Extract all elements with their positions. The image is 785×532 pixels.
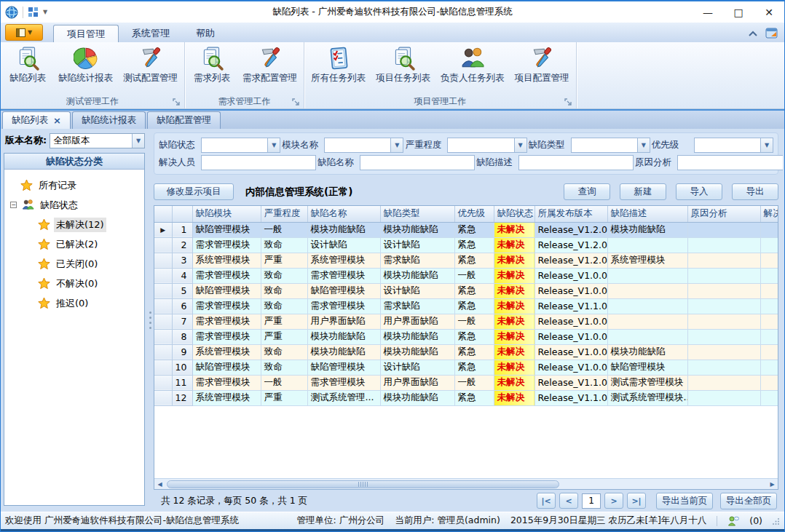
ribbon-button[interactable]: 缺陷统计报表: [53, 44, 118, 86]
messages-count[interactable]: (0): [749, 515, 762, 526]
collapse-ribbon-icon[interactable]: [748, 31, 758, 37]
ribbon-button[interactable]: 项目任务列表: [371, 44, 435, 86]
column-header[interactable]: 缺陷状态: [494, 206, 534, 222]
ribbon-tab-2[interactable]: 帮助: [183, 25, 228, 42]
messages-user-icon[interactable]: [727, 516, 739, 526]
column-header[interactable]: 缺陷模块: [192, 206, 261, 222]
first-page-button[interactable]: |<: [537, 493, 556, 509]
page-input[interactable]: [582, 493, 601, 509]
row-selector-cell[interactable]: [154, 253, 172, 268]
row-selector-cell[interactable]: [154, 375, 172, 390]
help-window-icon[interactable]: [765, 28, 778, 39]
table-row[interactable]: 4需求管理模块致命需求管理模块模块功能缺陷一般未解决Release_V1.0.0: [154, 268, 778, 283]
prev-page-button[interactable]: <: [559, 493, 578, 509]
ribbon-button[interactable]: 测试配置管理: [118, 44, 183, 86]
row-selector-cell[interactable]: ▶: [154, 222, 172, 237]
scrollbar-thumb[interactable]: [167, 480, 559, 488]
export-all-pages-button[interactable]: 导出全部页: [720, 493, 777, 509]
quick-access-caret-icon[interactable]: ▼: [43, 9, 47, 15]
column-header[interactable]: 所属发布版本: [534, 206, 607, 222]
quick-access-icon[interactable]: [28, 7, 39, 17]
ribbon-button[interactable]: 需求列表: [186, 44, 237, 86]
column-header[interactable]: 缺陷名称: [307, 206, 380, 222]
minimize-button[interactable]: —: [693, 1, 723, 23]
filter-input[interactable]: [201, 155, 316, 170]
dialog-launcher-icon[interactable]: [564, 98, 572, 106]
row-selector-cell[interactable]: [154, 390, 172, 405]
close-button[interactable]: ✕: [754, 1, 784, 23]
chevron-down-icon[interactable]: ▼: [132, 134, 144, 148]
application-menu-button[interactable]: ▼: [5, 24, 43, 41]
tree-item-2[interactable]: 未解决(12): [4, 215, 144, 234]
close-icon[interactable]: ×: [53, 116, 61, 125]
tree-item-4[interactable]: 已关闭(0): [4, 254, 144, 274]
collapse-node-icon[interactable]: −: [10, 202, 17, 208]
dialog-launcher-icon[interactable]: [173, 98, 181, 106]
table-row[interactable]: 3系统管理模块严重系统管理模块需求缺陷紧急未解决Release_V1.2.0系统…: [154, 253, 778, 268]
filter-input[interactable]: [518, 155, 634, 170]
filter-select[interactable]: ▼: [694, 138, 773, 153]
resize-grip-icon[interactable]: [773, 517, 780, 525]
chevron-down-icon[interactable]: ▼: [760, 138, 773, 152]
row-selector-cell[interactable]: [154, 314, 172, 329]
export-current-page-button[interactable]: 导出当前页: [656, 493, 713, 509]
tree-item-0[interactable]: 所有记录: [4, 175, 144, 195]
tree-item-6[interactable]: 推迟(0): [4, 293, 144, 313]
table-row[interactable]: ▶1缺陷管理模块一般模块功能缺陷模块功能缺陷紧急未解决Release_V1.2.…: [154, 222, 778, 237]
dialog-launcher-icon[interactable]: [292, 98, 300, 106]
modify-columns-button[interactable]: 修改显示项目: [154, 183, 234, 200]
document-tab-1[interactable]: 缺陷统计报表: [72, 111, 146, 129]
filter-select[interactable]: ▼: [447, 138, 526, 153]
document-tab-0[interactable]: 缺陷列表×: [2, 111, 71, 129]
column-header[interactable]: 原因分析: [687, 206, 760, 222]
table-row[interactable]: 8需求管理模块严重模块功能缺陷模块功能缺陷紧急未解决Release_V1.0.0: [154, 329, 778, 344]
filter-input[interactable]: [360, 155, 475, 170]
tree-item-3[interactable]: 已解决(2): [4, 234, 144, 254]
table-row[interactable]: 9系统管理模块致命模块功能缺陷模块功能缺陷紧急未解决Release_V1.0.0…: [154, 344, 778, 360]
action-button-2[interactable]: 导入: [676, 183, 722, 200]
table-row[interactable]: 6需求管理模块致命需求管理模块需求缺陷紧急未解决Release_V1.1.0: [154, 298, 778, 314]
splitter-handle[interactable]: [146, 129, 154, 512]
table-row[interactable]: 2需求管理模块致命设计缺陷设计缺陷紧急未解决Release_V1.2.0: [154, 237, 778, 253]
ribbon-button[interactable]: 所有任务列表: [306, 44, 371, 86]
version-select[interactable]: 全部版本 ▼: [50, 133, 145, 148]
row-selector-cell[interactable]: [154, 329, 172, 344]
maximize-button[interactable]: □: [723, 1, 754, 23]
filter-input[interactable]: [677, 155, 783, 170]
table-row[interactable]: 10缺陷管理模块致命缺陷管理模块设计缺陷紧急未解决Release_V1.0.0缺…: [154, 360, 778, 375]
horizontal-scrollbar[interactable]: ◀ ▶: [154, 478, 778, 489]
chevron-down-icon[interactable]: ▼: [390, 138, 403, 152]
row-selector-cell[interactable]: [154, 283, 172, 298]
table-row[interactable]: 12系统管理模块严重测试系统管理...模块功能缺陷紧急未解决Release_V1…: [154, 390, 778, 405]
tree-item-1[interactable]: −缺陷状态: [4, 195, 144, 215]
table-row[interactable]: 7需求管理模块严重用户界面缺陷用户界面缺陷一般未解决Release_V1.0.0: [154, 314, 778, 329]
row-selector-cell[interactable]: [154, 237, 172, 253]
chevron-down-icon[interactable]: ▼: [514, 138, 526, 152]
column-header[interactable]: 缺陷类型: [380, 206, 454, 222]
ribbon-button[interactable]: 缺陷列表: [2, 44, 53, 86]
row-selector-cell[interactable]: [154, 298, 172, 314]
tree-item-5[interactable]: 不解决(0): [4, 274, 144, 293]
chevron-down-icon[interactable]: ▼: [267, 138, 280, 152]
ribbon-tab-0[interactable]: 项目管理: [53, 25, 119, 42]
column-header[interactable]: 严重程度: [261, 206, 307, 222]
filter-select[interactable]: ▼: [324, 138, 403, 153]
action-button-0[interactable]: 查询: [564, 183, 610, 200]
row-selector-cell[interactable]: [154, 268, 172, 283]
ribbon-button[interactable]: 项目配置管理: [510, 44, 575, 86]
filter-select[interactable]: ▼: [571, 138, 650, 153]
row-selector-cell[interactable]: [154, 344, 172, 360]
column-header[interactable]: 缺陷描述: [607, 206, 687, 222]
ribbon-tab-1[interactable]: 系统管理: [119, 25, 183, 42]
scroll-right-icon[interactable]: ▶: [767, 479, 778, 489]
column-header[interactable]: 解决方法: [760, 206, 778, 222]
action-button-1[interactable]: 新建: [620, 183, 666, 200]
last-page-button[interactable]: >|: [627, 493, 646, 509]
column-header[interactable]: 优先级: [454, 206, 494, 222]
scroll-left-icon[interactable]: ◀: [154, 479, 165, 489]
table-row[interactable]: 5缺陷管理模块致命缺陷管理模块设计缺陷紧急未解决Release_V1.0.0: [154, 283, 778, 298]
ribbon-button[interactable]: 负责人任务列表: [435, 44, 510, 86]
document-tab-2[interactable]: 缺陷配置管理: [147, 111, 221, 129]
row-selector-cell[interactable]: [154, 360, 172, 375]
filter-select[interactable]: ▼: [201, 138, 280, 153]
